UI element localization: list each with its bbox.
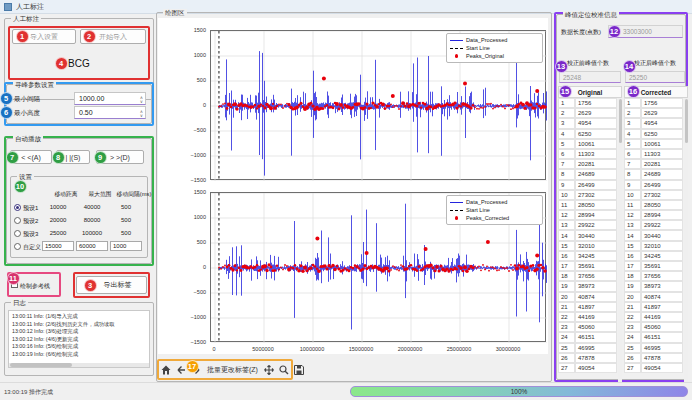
peak-row[interactable]: 34954 bbox=[624, 118, 688, 128]
x-tick-label: 20000000 bbox=[388, 346, 432, 352]
peak-row[interactable]: 1027302 bbox=[624, 190, 688, 200]
x-tick-label: 0 bbox=[192, 346, 236, 352]
peak-row[interactable]: 22629 bbox=[624, 108, 688, 118]
peak-row[interactable]: 1837656 bbox=[624, 271, 688, 281]
peak-row[interactable]: 2141897 bbox=[558, 302, 622, 312]
peak-row[interactable]: 2546995 bbox=[624, 343, 688, 353]
preset-value: 10000 bbox=[40, 204, 76, 210]
peak-row[interactable]: 2040874 bbox=[558, 292, 622, 302]
min-height-spin-arrows[interactable]: ∧∨ bbox=[140, 107, 143, 120]
preset-radio-4[interactable] bbox=[14, 243, 21, 250]
batch-edit-label[interactable]: 批量更改标签(Z) bbox=[207, 365, 258, 375]
peak-row[interactable]: 2141897 bbox=[624, 302, 688, 312]
custom-value-input[interactable]: 1000 bbox=[110, 241, 142, 251]
min-height-input[interactable]: 0.50 ∧∨ bbox=[74, 106, 146, 119]
preset-radio-1[interactable] bbox=[14, 204, 21, 211]
peak-row[interactable]: 1735691 bbox=[624, 261, 688, 271]
peak-value-cell: 49054 bbox=[575, 363, 617, 373]
peak-row[interactable]: 2647878 bbox=[624, 353, 688, 363]
peak-index-cell: 25 bbox=[558, 343, 575, 353]
peak-row[interactable]: 1128050 bbox=[558, 200, 622, 210]
peak-row[interactable]: 2749054 bbox=[624, 363, 688, 373]
peak-row[interactable]: 926499 bbox=[558, 180, 622, 190]
peak-row[interactable]: 1027302 bbox=[558, 190, 622, 200]
preset-value: 25000 bbox=[40, 230, 76, 236]
original-peaks-table[interactable]: Original 1175622629349544625051006161130… bbox=[558, 86, 622, 373]
peak-value-cell: 28050 bbox=[641, 200, 683, 210]
log-horizontal-scrollbar[interactable] bbox=[9, 363, 149, 367]
peak-row[interactable]: 2345060 bbox=[558, 322, 622, 332]
min-interval-input[interactable]: 1000.00 ∧∨ bbox=[74, 92, 146, 105]
peak-row[interactable]: 1634245 bbox=[558, 251, 622, 261]
peak-row[interactable]: 611303 bbox=[558, 149, 622, 159]
log-output[interactable]: 13:00:11 Info: (1/6)导入完成13:00:11 Info: (… bbox=[8, 310, 150, 368]
corrected-table-scrollbar[interactable] bbox=[684, 98, 688, 386]
legend-bottom: Data_Processed Start Line Peaks_Correcte… bbox=[446, 195, 543, 225]
peak-row[interactable]: 1128050 bbox=[624, 200, 688, 210]
peak-row[interactable]: 2446151 bbox=[558, 332, 622, 342]
peak-row[interactable]: 510061 bbox=[558, 139, 622, 149]
peak-row[interactable]: 824689 bbox=[558, 169, 622, 179]
corrected-peaks-table[interactable]: Corrected 117562262934954462505100616113… bbox=[624, 86, 688, 373]
peak-row[interactable]: 1430440 bbox=[624, 230, 688, 240]
peak-index-cell: 3 bbox=[624, 118, 641, 128]
peak-row[interactable]: 720281 bbox=[624, 159, 688, 169]
min-interval-spin-arrows[interactable]: ∧∨ bbox=[140, 93, 143, 106]
peak-value-cell: 2629 bbox=[641, 108, 683, 118]
peak-row[interactable]: 720281 bbox=[558, 159, 622, 169]
peak-row[interactable]: 2244169 bbox=[558, 312, 622, 322]
peak-value-cell: 35691 bbox=[575, 261, 617, 271]
peak-row[interactable]: 1329922 bbox=[558, 220, 622, 230]
zoom-icon[interactable] bbox=[278, 364, 290, 376]
peak-row[interactable]: 1938973 bbox=[624, 281, 688, 291]
peak-index-cell: 16 bbox=[558, 251, 575, 261]
preset-radio-2[interactable] bbox=[14, 217, 21, 224]
peak-row[interactable]: 2040874 bbox=[624, 292, 688, 302]
peak-row[interactable]: 2546995 bbox=[558, 343, 622, 353]
peak-row[interactable]: 926499 bbox=[624, 180, 688, 190]
peak-row[interactable]: 34954 bbox=[558, 118, 622, 128]
peak-row[interactable]: 2446151 bbox=[624, 332, 688, 342]
scrollbar-thumb[interactable] bbox=[619, 99, 622, 143]
peak-row[interactable]: 46250 bbox=[558, 129, 622, 139]
peak-row[interactable]: 510061 bbox=[624, 139, 688, 149]
peak-row[interactable]: 1228994 bbox=[624, 210, 688, 220]
peak-row[interactable]: 1532010 bbox=[624, 241, 688, 251]
preset-radio-3[interactable] bbox=[14, 230, 21, 237]
peak-row[interactable]: 2647878 bbox=[558, 353, 622, 363]
custom-value-input[interactable]: 15000 bbox=[42, 241, 74, 251]
peak-index-cell: 9 bbox=[624, 180, 641, 190]
peak-row[interactable]: 2749054 bbox=[558, 363, 622, 373]
custom-value-input[interactable]: 60000 bbox=[76, 241, 108, 251]
pan-icon[interactable] bbox=[263, 364, 275, 376]
original-table-scrollbar[interactable] bbox=[618, 98, 622, 386]
preset-value: 40000 bbox=[74, 204, 110, 210]
peak-row[interactable]: 611303 bbox=[624, 149, 688, 159]
peak-row[interactable]: 1634245 bbox=[624, 251, 688, 261]
peak-index-cell: 1 bbox=[624, 98, 641, 108]
peak-row[interactable]: 824689 bbox=[624, 169, 688, 179]
annotation-badge-15: 15 bbox=[559, 85, 572, 98]
peak-row[interactable]: 2345060 bbox=[624, 322, 688, 332]
peak-row[interactable]: 1228994 bbox=[558, 210, 622, 220]
peak-params-group-title: 寻峰参数设置 bbox=[13, 81, 56, 89]
peak-row[interactable]: 11756 bbox=[624, 98, 688, 108]
home-icon[interactable] bbox=[160, 364, 172, 376]
peak-value-cell: 32010 bbox=[641, 241, 683, 251]
peak-row[interactable]: 1329922 bbox=[624, 220, 688, 230]
peak-row[interactable]: 1837656 bbox=[558, 271, 622, 281]
annotation-badge-1: 1 bbox=[16, 30, 29, 43]
peak-row[interactable]: 1938973 bbox=[558, 281, 622, 291]
window-title: 人工标注 bbox=[16, 2, 44, 12]
peak-row[interactable]: 2244169 bbox=[624, 312, 688, 322]
peak-row[interactable]: 22629 bbox=[558, 108, 622, 118]
peak-row[interactable]: 1430440 bbox=[558, 230, 622, 240]
peak-row[interactable]: 1532010 bbox=[558, 241, 622, 251]
peak-row[interactable]: 46250 bbox=[624, 129, 688, 139]
x-tick-label: 25000000 bbox=[437, 346, 481, 352]
save-icon[interactable] bbox=[293, 364, 305, 376]
scrollbar-thumb[interactable] bbox=[685, 99, 688, 143]
peak-row[interactable]: 1735691 bbox=[558, 261, 622, 271]
log-scrollbar-thumb[interactable] bbox=[10, 363, 72, 367]
peak-row[interactable]: 11756 bbox=[558, 98, 622, 108]
